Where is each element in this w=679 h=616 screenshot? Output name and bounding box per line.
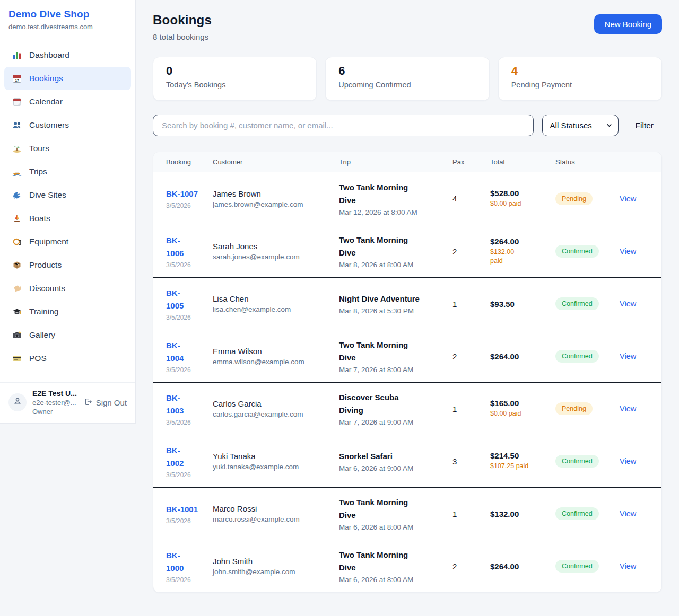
status-filter-select[interactable]: All Statuses: [542, 115, 619, 136]
customer-name: Lisa Chen: [213, 294, 339, 303]
trip-name: Snorkel Safari: [339, 450, 452, 463]
sidebar-item-products[interactable]: Products: [4, 253, 131, 277]
total-amount: $214.50: [490, 451, 555, 460]
paid-amount: $0.00 paid: [490, 199, 555, 209]
paid-amount: $107.25 paid: [490, 462, 555, 471]
booking-id-link[interactable]: BK- 1006: [166, 234, 213, 260]
sailboat-icon: [12, 213, 22, 224]
customer-name: Marco Rossi: [213, 504, 339, 513]
booking-id-link[interactable]: BK-1001: [166, 503, 213, 516]
sidebar-item-boats[interactable]: Boats: [4, 207, 131, 230]
view-link[interactable]: View: [620, 195, 636, 203]
table-row: BK- 1005 3/5/2026 Lisa Chen lisa.chen@ex…: [153, 277, 661, 330]
sidebar-item-pos[interactable]: POS: [4, 347, 131, 370]
sidebar-item-dashboard[interactable]: Dashboard: [4, 43, 131, 67]
trip-datetime: Mar 6, 2026 at 9:00 AM: [339, 464, 452, 472]
pax-count: 1: [452, 509, 490, 518]
customer-email: emma.wilson@example.com: [213, 358, 339, 366]
sidebar-item-gallery[interactable]: Gallery: [4, 323, 131, 347]
sign-out-label: Sign Out: [96, 398, 127, 407]
booking-date: 3/5/2026: [166, 471, 213, 479]
credit-card-icon: [12, 353, 22, 364]
view-link[interactable]: View: [620, 562, 636, 570]
booking-id-link[interactable]: BK- 1003: [166, 392, 213, 417]
sidebar-item-dive-sites[interactable]: Dive Sites: [4, 183, 131, 207]
search-input[interactable]: [153, 115, 534, 136]
page-subtitle: 8 total bookings: [153, 32, 212, 41]
sidebar-item-trips[interactable]: Trips: [4, 160, 131, 183]
brand-name: Demo Dive Shop: [8, 8, 127, 20]
table-row: BK- 1000 3/5/2026 John Smith john.smith@…: [153, 540, 661, 592]
stat-label: Upcoming Confirmed: [338, 81, 476, 89]
status-badge: Confirmed: [555, 350, 599, 363]
status-badge: Confirmed: [555, 297, 599, 310]
user-icon: [13, 397, 22, 408]
booking-id-link[interactable]: BK- 1004: [166, 339, 213, 365]
booking-id-link[interactable]: BK- 1002: [166, 444, 213, 470]
stat-value: 6: [338, 64, 476, 78]
sidebar-item-discounts[interactable]: Discounts: [4, 277, 131, 300]
table-body: BK-1007 3/5/2026 James Brown james.brown…: [153, 172, 661, 592]
customer-email: marco.rossi@example.com: [213, 515, 339, 523]
view-link[interactable]: View: [620, 247, 636, 256]
booking-id-link[interactable]: BK- 1000: [166, 549, 213, 575]
pax-count: 2: [452, 562, 490, 571]
stats-row: 0 Today's Bookings 6 Upcoming Confirmed …: [153, 57, 662, 101]
view-link[interactable]: View: [620, 300, 636, 308]
view-link[interactable]: View: [620, 509, 636, 518]
column-header-status: Status: [555, 158, 620, 166]
sign-out-button[interactable]: Sign Out: [84, 398, 127, 408]
status-badge: Pending: [555, 402, 593, 415]
sidebar-user-footer: E2E Test U... e2e-tester@... Owner Sign …: [0, 382, 135, 423]
booking-date: 3/5/2026: [166, 419, 213, 426]
user-role: Owner: [32, 408, 78, 416]
trip-name: Discover Scuba Diving: [339, 391, 452, 417]
pax-count: 2: [452, 247, 490, 256]
view-link[interactable]: View: [620, 457, 636, 465]
stat-label: Today's Bookings: [166, 81, 303, 89]
booking-date: 3/5/2026: [166, 366, 213, 374]
bar-chart-icon: [12, 50, 22, 60]
dive-mask-icon: [12, 236, 22, 247]
sidebar-item-customers[interactable]: Customers: [4, 113, 131, 137]
sidebar-item-training[interactable]: Training: [4, 300, 131, 323]
table-row: BK- 1006 3/5/2026 Sarah Jones sarah.jone…: [153, 225, 661, 277]
sidebar-item-calendar[interactable]: Calendar: [4, 90, 131, 113]
customer-email: yuki.tanaka@example.com: [213, 463, 339, 471]
status-badge: Confirmed: [555, 455, 599, 468]
sidebar-nav: Dashboard 17 Bookings Calendar Customers…: [0, 38, 135, 382]
trip-datetime: Mar 12, 2026 at 8:00 AM: [339, 208, 452, 216]
customer-name: Yuki Tanaka: [213, 452, 339, 461]
booking-id-link[interactable]: BK- 1005: [166, 287, 213, 312]
table-row: BK-1001 3/5/2026 Marco Rossi marco.rossi…: [153, 487, 661, 540]
pax-count: 1: [452, 404, 490, 413]
customer-email: john.smith@example.com: [213, 568, 339, 576]
stat-value: 0: [166, 64, 303, 78]
sidebar-item-tours[interactable]: Tours: [4, 137, 131, 160]
new-booking-button[interactable]: New Booking: [594, 14, 662, 34]
sidebar-item-equipment[interactable]: Equipment: [4, 230, 131, 253]
page-header: Bookings 8 total bookings New Booking: [153, 13, 662, 41]
trip-name: Two Tank Morning Dive: [339, 549, 452, 574]
booking-id-link[interactable]: BK-1007: [166, 188, 213, 200]
trip-name: Two Tank Morning Dive: [339, 234, 452, 259]
trip-name: Night Dive Adventure: [339, 293, 452, 305]
wave-icon: [12, 190, 22, 200]
column-header-trip: Trip: [339, 158, 452, 166]
status-select-wrap: All Statuses: [542, 115, 619, 136]
island-icon: [12, 143, 22, 154]
customer-email: james.brown@example.com: [213, 200, 339, 208]
trip-name: Two Tank Morning Dive: [339, 339, 452, 364]
calendar-date-icon: 17: [12, 73, 22, 84]
view-link[interactable]: View: [620, 404, 636, 413]
paid-amount: $0.00 paid: [490, 409, 555, 419]
filter-button[interactable]: Filter: [627, 121, 662, 130]
booking-date: 3/5/2026: [166, 314, 213, 321]
trip-datetime: Mar 7, 2026 at 8:00 AM: [339, 366, 452, 374]
user-name: E2E Test U...: [32, 389, 78, 398]
total-amount: $165.00: [490, 399, 555, 408]
total-amount: $93.50: [490, 300, 555, 309]
sidebar-item-bookings[interactable]: 17 Bookings: [4, 67, 131, 90]
view-link[interactable]: View: [620, 352, 636, 360]
trip-datetime: Mar 6, 2026 at 8:00 AM: [339, 523, 452, 531]
